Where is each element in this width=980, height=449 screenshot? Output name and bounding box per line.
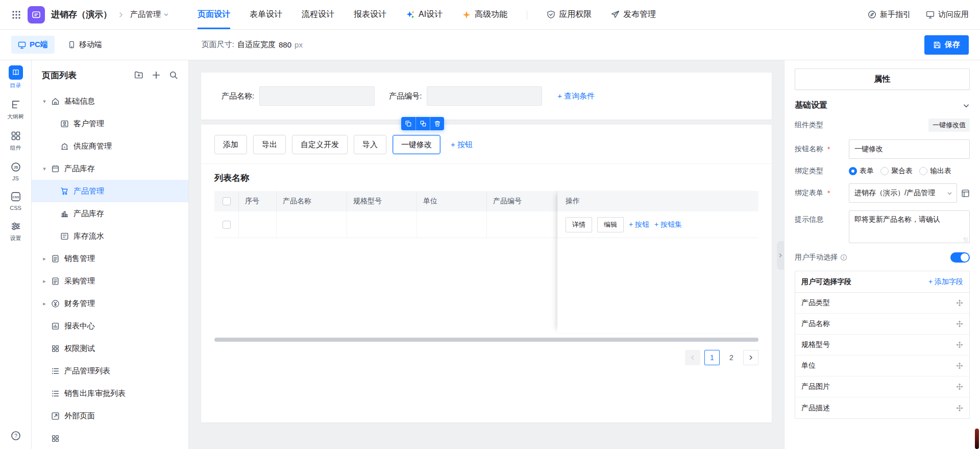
app-grid-icon[interactable] — [11, 10, 21, 20]
tree-item-report-center[interactable]: 报表中心 — [32, 315, 188, 337]
page-1-button[interactable]: 1 — [704, 350, 720, 365]
tree-group-product-inventory[interactable]: ▾ 产品库存 — [32, 157, 188, 180]
product-name-input[interactable] — [259, 86, 375, 106]
button-name-input[interactable] — [849, 139, 970, 159]
select-all-checkbox[interactable] — [223, 197, 231, 205]
radio-off-icon[interactable] — [919, 167, 927, 175]
horizontal-scrollbar[interactable] — [214, 338, 758, 342]
bind-form-select[interactable]: 进销存（演示）/产品管理 — [849, 183, 957, 203]
guide-link[interactable]: 新手指引 — [868, 10, 911, 19]
one-click-modify-button[interactable]: 一键修改 — [393, 135, 440, 154]
device-pc-toggle[interactable]: PC端 — [11, 36, 55, 54]
tree-item-external-page[interactable]: 外部页面 — [32, 405, 188, 427]
drag-handle-icon[interactable] — [956, 405, 963, 412]
tree-group-purchase-mgmt[interactable]: ▸ 采购管理 — [32, 270, 188, 292]
edit-button[interactable]: 编辑 — [597, 217, 624, 232]
tree-group-basic-info[interactable]: ▾ 基础信息 — [32, 90, 188, 112]
detail-button[interactable]: 详情 — [566, 217, 592, 232]
radio-on-icon[interactable] — [849, 167, 857, 175]
radio-aggregate-table[interactable]: 聚合表 — [880, 167, 913, 176]
page-size-mode[interactable]: 自适应宽度 — [237, 40, 276, 50]
add-row-button-set-link[interactable]: + 按钮集 — [654, 220, 682, 229]
tree-group-sales-mgmt[interactable]: ▸ 销售管理 — [32, 247, 188, 270]
product-code-input[interactable] — [427, 86, 542, 106]
tab-page-design[interactable]: 页面设计 — [198, 0, 230, 29]
add-query-condition-link[interactable]: + 查询条件 — [557, 91, 595, 101]
resize-handle[interactable] — [964, 238, 968, 242]
drag-handle-icon[interactable] — [956, 320, 963, 327]
add-field-link[interactable]: + 添加字段 — [928, 277, 963, 287]
radio-output-table[interactable]: 输出表 — [919, 167, 951, 176]
directory-icon — [9, 65, 23, 80]
import-button[interactable]: 导入 — [354, 135, 386, 154]
caret-down-icon[interactable]: ▾ — [41, 98, 48, 105]
radio-form[interactable]: 表单 — [849, 167, 874, 176]
tree-item-supplier-mgmt[interactable]: 供应商管理 — [32, 135, 188, 157]
tab-publish[interactable]: 发布管理 — [611, 0, 656, 29]
tree-item-product-mgmt[interactable]: 产品管理 — [32, 180, 188, 202]
caret-right-icon[interactable]: ▸ — [41, 278, 48, 285]
info-icon[interactable] — [840, 254, 847, 261]
page-size-value[interactable]: 880 — [279, 40, 291, 49]
panel-collapse-handle[interactable] — [777, 241, 784, 270]
tree-group-finance-mgmt[interactable]: ▸ 财务管理 — [32, 292, 188, 315]
tree-item-customer-mgmt[interactable]: 客户管理 — [32, 112, 188, 135]
rail-item-outline-tree[interactable]: 大纲树 — [7, 99, 24, 121]
delete-icon-button[interactable] — [430, 117, 444, 130]
row-checkbox[interactable] — [223, 221, 231, 229]
copy-icon-button[interactable] — [401, 117, 415, 130]
tab-advanced[interactable]: 高级功能 — [462, 0, 507, 29]
add-page-icon[interactable] — [152, 70, 161, 80]
rail-item-components[interactable]: 组件 — [10, 130, 22, 152]
add-list-button-link[interactable]: + 按钮 — [451, 140, 473, 150]
tree-item-stock-flow[interactable]: 库存流水 — [32, 225, 188, 247]
open-form-icon[interactable] — [961, 189, 970, 198]
caret-right-icon[interactable]: ▸ — [41, 300, 48, 307]
page-select[interactable]: 产品管理 — [130, 10, 169, 19]
list-title[interactable]: 列表名称 — [214, 172, 758, 184]
caret-down-icon[interactable]: ▾ — [41, 166, 48, 172]
prev-page-button[interactable] — [685, 350, 700, 365]
tab-ai-design[interactable]: AI设计 — [406, 0, 443, 29]
properties-tab[interactable]: 属性 — [795, 68, 970, 90]
rail-item-settings[interactable]: 设置 — [10, 220, 22, 242]
drag-handle-icon[interactable] — [956, 383, 963, 390]
tip-textarea[interactable]: 即将更新产品名称，请确认 — [849, 210, 970, 243]
search-icon[interactable] — [169, 70, 178, 80]
next-page-button[interactable] — [743, 350, 758, 365]
app-logo-icon[interactable] — [28, 6, 45, 23]
tree-item-sales-outbound-approval-list[interactable]: 销售出库审批列表 — [32, 382, 188, 405]
tab-report-design[interactable]: 报表设计 — [354, 0, 386, 29]
page-2-button[interactable]: 2 — [724, 350, 739, 365]
tab-app-permission[interactable]: 应用权限 — [547, 0, 592, 29]
drag-handle-icon[interactable] — [956, 341, 963, 348]
tree-item-product-mgmt-list[interactable]: 产品管理列表 — [32, 360, 188, 382]
caret-right-icon[interactable]: ▸ — [41, 255, 48, 262]
rail-item-css[interactable]: CSS CSS — [10, 191, 22, 211]
custom-dev-button[interactable]: 自定义开发 — [292, 135, 348, 154]
folder-add-icon[interactable] — [134, 70, 143, 80]
rail-item-js[interactable]: JS JS — [10, 161, 22, 181]
tree-item-permission-test[interactable]: 权限测试 — [32, 337, 188, 360]
radio-off-icon[interactable] — [880, 167, 889, 175]
tree-item-partial[interactable] — [32, 427, 188, 449]
drag-handle-icon[interactable] — [956, 299, 963, 306]
rail-item-directory[interactable]: 目录 — [9, 65, 23, 89]
app-name[interactable]: 进销存（演示） — [51, 9, 112, 20]
window-scrollbar-thumb[interactable] — [975, 429, 979, 449]
duplicate-icon-button[interactable] — [415, 117, 430, 130]
tab-form-design[interactable]: 表单设计 — [250, 0, 282, 29]
manual-select-toggle[interactable] — [950, 252, 970, 263]
device-mobile-toggle[interactable]: 移动端 — [68, 40, 102, 50]
tab-flow-design[interactable]: 流程设计 — [302, 0, 334, 29]
add-row-button-link[interactable]: + 按钮 — [629, 220, 649, 229]
export-button[interactable]: 导出 — [253, 135, 286, 154]
add-button[interactable]: 添加 — [214, 135, 247, 154]
save-button[interactable]: 保存 — [924, 35, 969, 55]
left-rail: 目录 大纲树 组件 JS JS CSS CSS — [0, 60, 32, 449]
help-icon[interactable]: ? — [11, 431, 21, 441]
tree-item-product-stock[interactable]: 产品库存 — [32, 202, 188, 225]
drag-handle-icon[interactable] — [956, 362, 963, 369]
visit-app-link[interactable]: 访问应用 — [926, 10, 969, 19]
basic-settings-section[interactable]: 基础设置 — [795, 100, 970, 111]
